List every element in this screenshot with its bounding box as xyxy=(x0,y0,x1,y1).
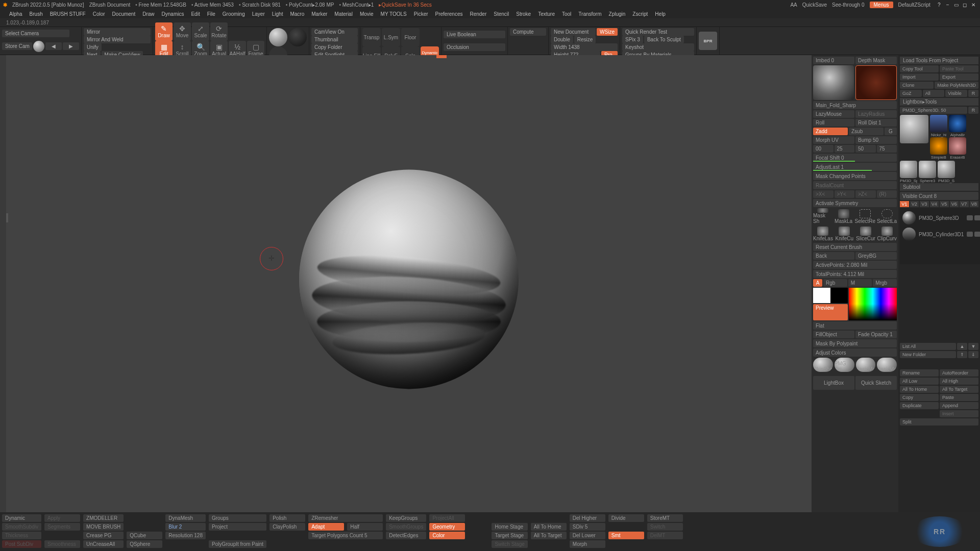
material-2[interactable]: BasicMa xyxy=(856,358,876,372)
subtool-header[interactable]: Subtool xyxy=(900,183,978,191)
val-25[interactable]: 25 xyxy=(835,145,855,153)
menu-edit[interactable]: Edit xyxy=(191,11,200,17)
dynamic-button[interactable]: Dynamic xyxy=(2,514,41,522)
zadd-button[interactable]: Zadd xyxy=(813,128,848,135)
tool-thumb-4[interactable]: SimpleB xyxy=(930,137,947,155)
paste-tool-button[interactable]: Paste Tool xyxy=(940,65,978,72)
divide-button[interactable]: Divide xyxy=(608,514,644,522)
live-boolean-button[interactable]: Live Boolean xyxy=(444,31,505,38)
m-button[interactable]: M xyxy=(848,279,872,287)
goz-r-button[interactable]: R xyxy=(968,90,978,97)
append-button[interactable]: Append xyxy=(940,402,978,409)
export-button[interactable]: Export xyxy=(940,73,978,81)
window-min-icon[interactable]: − xyxy=(944,2,951,8)
aa-label[interactable]: AA xyxy=(790,2,797,8)
lazymouse-button[interactable]: LazyMouse xyxy=(813,110,854,118)
tool-thumb-1[interactable]: Nickz_hi xyxy=(930,115,947,132)
window-close-icon[interactable]: ✕ xyxy=(970,2,977,8)
mrgb-button[interactable]: Mrgb xyxy=(873,279,897,287)
cam-prev-button[interactable]: ◀ xyxy=(45,42,62,50)
flat-button[interactable]: Flat xyxy=(813,321,897,330)
val-50[interactable]: 50 xyxy=(855,145,876,153)
switch-button[interactable]: Switch xyxy=(647,523,683,531)
v7-button[interactable]: V7 xyxy=(960,201,969,207)
menu-tool[interactable]: Tool xyxy=(562,11,571,17)
brush-thumb[interactable] xyxy=(813,65,854,100)
all-high-button[interactable]: All High xyxy=(940,378,978,385)
timeline-marker[interactable] xyxy=(436,55,447,58)
thumbnail-button[interactable]: Thumbnail xyxy=(311,36,358,43)
window-max-icon[interactable]: ◻ xyxy=(961,2,968,8)
polygroupit-button[interactable]: PolyGroupIt from Paint xyxy=(209,540,266,548)
menu-render[interactable]: Render xyxy=(470,11,486,17)
knife-curve-button[interactable]: KnifeCu xyxy=(835,226,854,242)
resolution-slider[interactable]: Resolution 128 xyxy=(165,532,206,539)
resize-button[interactable]: Resize xyxy=(574,36,596,43)
rotate-mode-button[interactable]: ⟳Rotate xyxy=(210,22,228,41)
lsym-button[interactable]: L.Sym xyxy=(382,28,400,46)
eye-icon[interactable] xyxy=(967,215,973,220)
qsphere-button[interactable]: QSphere xyxy=(127,540,162,548)
tool-thumb-3[interactable]: PM3D_Sphere3D xyxy=(900,161,917,178)
creasepg-button[interactable]: Crease PG xyxy=(83,532,124,539)
alpha-thumb[interactable] xyxy=(288,28,307,46)
half-button[interactable]: Half xyxy=(347,523,383,531)
eye-icon[interactable] xyxy=(967,232,973,237)
greybg-button[interactable]: GreyBG xyxy=(855,252,897,260)
menu-picker[interactable]: Picker xyxy=(414,11,428,17)
menu-transform[interactable]: Transform xyxy=(578,11,601,17)
new-folder-button[interactable]: New Folder xyxy=(900,351,956,358)
activate-symmetry-button[interactable]: Activate Symmetry xyxy=(813,199,897,207)
del-higher-button[interactable]: Del Higher xyxy=(570,514,605,522)
smoothgroups-button[interactable]: SmoothGroups xyxy=(386,523,426,531)
v6-button[interactable]: V6 xyxy=(950,201,959,207)
v3-button[interactable]: V3 xyxy=(920,201,929,207)
menu-zscript[interactable]: Zscript xyxy=(632,11,648,17)
cam-next-button[interactable]: ▶ xyxy=(63,42,79,50)
select-lasso-button[interactable]: SelectLa xyxy=(877,208,897,224)
radialcount-slider[interactable]: RadialCount xyxy=(813,181,897,189)
postsubdiv-button[interactable]: Post SubDiv xyxy=(2,540,41,548)
slice-curve-button[interactable]: SliceCur xyxy=(856,226,876,242)
list-all-button[interactable]: List All xyxy=(900,343,956,350)
clip-curve-button[interactable]: ClipCurv xyxy=(877,226,897,242)
viewport-canvas[interactable]: ✛ xyxy=(6,55,812,512)
menu-layer[interactable]: Layer xyxy=(252,11,265,17)
copy-folder-button[interactable]: Copy Folder xyxy=(311,43,358,51)
polish-button[interactable]: Polish xyxy=(270,514,305,522)
defaultzscript-button[interactable]: DefaultZScript xyxy=(898,2,930,8)
claypolish-button[interactable]: ClayPolish xyxy=(270,523,305,531)
tool-thumb-main[interactable] xyxy=(900,115,928,143)
qcube-button[interactable]: QCube xyxy=(127,532,162,539)
menu-alpha[interactable]: Alpha xyxy=(9,11,22,17)
menu-light[interactable]: Light xyxy=(272,11,283,17)
v2-button[interactable]: V2 xyxy=(910,201,919,207)
menu-macro[interactable]: Macro xyxy=(290,11,304,17)
material-1[interactable]: PMG Sci xyxy=(835,358,854,372)
smoothness-slider[interactable]: Smoothness xyxy=(44,540,80,548)
groups-button[interactable]: Groups xyxy=(209,514,266,522)
select-camera-button[interactable]: Select Camera xyxy=(2,30,69,37)
insert-button[interactable]: Insert xyxy=(940,410,978,417)
sdiv-slider[interactable]: SDiv 5 xyxy=(570,523,605,531)
move-down-icon[interactable]: ⇓ xyxy=(968,351,978,358)
smoothsubdiv-button[interactable]: SmoothSubdiv xyxy=(2,523,41,531)
focal-shift-slider[interactable]: Focal Shift 0 xyxy=(813,154,897,162)
zsub-button[interactable]: Zsub xyxy=(849,128,884,135)
v5-button[interactable]: V5 xyxy=(940,201,949,207)
all-to-target-button[interactable]: All To Target xyxy=(531,532,567,539)
make-polymesh-button[interactable]: Make PolyMesh3D xyxy=(935,82,978,89)
copy-subtool-button[interactable]: Copy xyxy=(900,394,939,401)
thickness-slider[interactable]: Thickness xyxy=(2,532,41,539)
storemt-button[interactable]: StoreMT xyxy=(647,514,683,522)
quick-render-button[interactable]: Quick Render Test xyxy=(622,28,694,36)
double-button[interactable]: Double xyxy=(551,36,573,43)
menu-color[interactable]: Color xyxy=(93,11,105,17)
material-0[interactable]: SkinSha xyxy=(813,358,833,372)
menu-brush[interactable]: Brush xyxy=(30,11,43,17)
apply-button[interactable]: Apply xyxy=(44,514,80,522)
mask-lasso-button[interactable]: MaskLa xyxy=(834,208,853,224)
segments-slider[interactable]: Segments xyxy=(44,523,80,531)
lightbox-button[interactable]: LightBox xyxy=(813,376,854,390)
left-handle[interactable] xyxy=(6,213,8,222)
